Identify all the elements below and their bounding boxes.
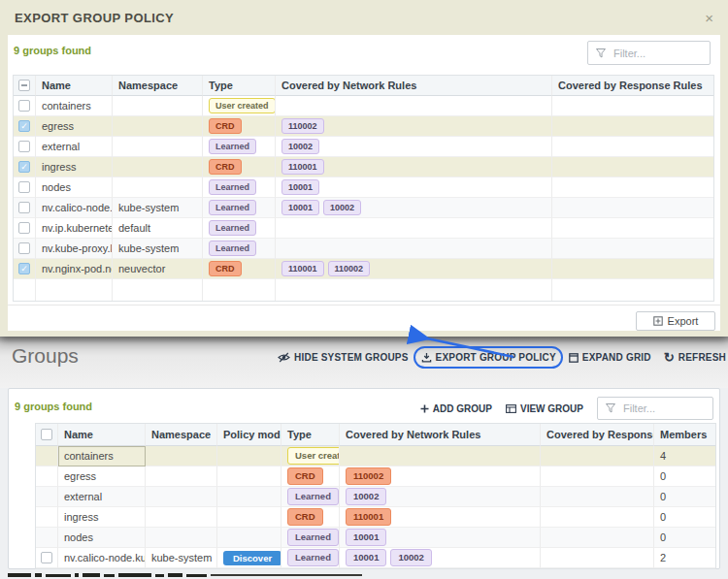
- table-row[interactable]: ✓ingressCRD110001: [14, 157, 713, 177]
- column-header[interactable]: Namespace: [113, 76, 203, 96]
- download-icon: [421, 352, 432, 363]
- rule-badge: 10001: [346, 529, 386, 546]
- column-header[interactable]: Type: [281, 424, 340, 446]
- table-row[interactable]: containersUser created4: [36, 446, 715, 466]
- type-badge: Learned: [209, 179, 256, 195]
- select-all-checkbox[interactable]: [18, 80, 30, 91]
- column-header[interactable]: Covered by Response R..: [541, 424, 654, 446]
- rule-badge: 10002: [390, 549, 431, 566]
- type-cell: CRD: [203, 259, 276, 279]
- table-row[interactable]: nv.ip.kubernetes.ddefaultLearned: [14, 218, 713, 239]
- toolbar-button-export-group-policy[interactable]: EXPORT GROUP POLICY: [421, 352, 556, 363]
- row-checkbox[interactable]: ✓: [18, 263, 30, 274]
- row-checkbox[interactable]: ✓: [18, 161, 30, 173]
- namespace-cell: kube-system: [146, 548, 217, 568]
- table-row[interactable]: ingressCRD1100010: [36, 507, 715, 528]
- network-rules-cell: 10002: [340, 487, 541, 507]
- groups-table-header: NameNamespacePolicy modeTypeCovered by N…: [36, 424, 715, 446]
- table-row[interactable]: ✓egressCRD110002: [14, 116, 713, 137]
- table-row[interactable]: containersUser created: [14, 96, 713, 116]
- row-checkbox[interactable]: [18, 141, 30, 152]
- close-icon[interactable]: ×: [705, 11, 713, 25]
- eye-slash-icon: [278, 352, 290, 363]
- rule-badge: 110001: [346, 508, 391, 526]
- column-header[interactable]: Namespace: [146, 424, 217, 446]
- table-row[interactable]: externalLearned10002: [14, 137, 713, 157]
- select-all-checkbox[interactable]: [41, 429, 52, 440]
- column-header[interactable]: Members: [654, 424, 715, 446]
- policy-mode-cell: Discover: [217, 548, 281, 568]
- groups-header-band: Groups HIDE SYSTEM GROUPSEXPORT GROUP PO…: [0, 337, 728, 388]
- add-group-button[interactable]: ADD GROUP: [420, 403, 492, 414]
- rule-badge: 10002: [346, 488, 386, 505]
- members-cell: 0: [654, 466, 715, 487]
- export-button[interactable]: Export: [636, 311, 715, 331]
- type-badge: CRD: [209, 118, 242, 134]
- plus-icon: [420, 404, 429, 413]
- clipped-bottom-content: [8, 572, 362, 578]
- name-cell: nv.calico-node.kube-sys: [58, 548, 146, 568]
- row-checkbox[interactable]: [18, 242, 30, 254]
- checkbox-cell: [36, 507, 58, 528]
- row-checkbox[interactable]: [18, 181, 30, 193]
- policy-mode-cell: [217, 487, 281, 507]
- modal-groups-table: NameNamespaceTypeCovered by Network Rule…: [13, 75, 714, 302]
- modal-filter-input[interactable]: [612, 47, 702, 60]
- checkbox-cell: [36, 446, 58, 466]
- empty-cell: [276, 279, 552, 301]
- name-cell: nodes: [58, 528, 146, 548]
- row-checkbox[interactable]: [41, 552, 52, 563]
- table-row[interactable]: egressCRD1100020: [36, 466, 715, 487]
- response-rules-cell: [552, 198, 713, 218]
- column-header[interactable]: Name: [58, 424, 146, 446]
- export-button-label: Export: [668, 315, 699, 327]
- response-rules-cell: [552, 218, 713, 239]
- table-row[interactable]: nodesLearned100010: [36, 528, 715, 548]
- checkbox-cell: [36, 466, 58, 487]
- name-cell: external: [58, 487, 146, 507]
- row-checkbox[interactable]: [18, 222, 30, 234]
- view-group-button[interactable]: VIEW GROUP: [506, 403, 583, 414]
- modal-table-header: NameNamespaceTypeCovered by Network Rule…: [14, 76, 713, 96]
- type-cell: Learned: [203, 198, 276, 218]
- column-header[interactable]: Covered by Response Rules: [552, 76, 713, 96]
- type-cell: User created: [203, 96, 276, 116]
- toolbar-button-hide-system-groups[interactable]: HIDE SYSTEM GROUPS: [278, 352, 409, 363]
- column-header[interactable]: Type: [203, 76, 276, 96]
- response-rules-cell: [552, 239, 713, 259]
- row-checkbox[interactable]: ✓: [18, 120, 30, 132]
- row-checkbox[interactable]: [18, 100, 30, 112]
- table-row[interactable]: nv.calico-node.kubkube-systemLearned1000…: [14, 198, 713, 218]
- table-row[interactable]: externalLearned100020: [36, 487, 715, 507]
- type-badge: Learned: [209, 200, 256, 215]
- column-header[interactable]: Name: [36, 76, 113, 96]
- type-badge: CRD: [287, 508, 323, 526]
- type-badge: Learned: [287, 529, 339, 546]
- page-title: Groups: [12, 344, 79, 368]
- rule-badge: 110002: [281, 118, 324, 134]
- response-rules-cell: [541, 507, 654, 528]
- network-rules-cell: 110001: [276, 157, 552, 177]
- toolbar-button-expand-grid[interactable]: EXPAND GRID: [569, 352, 651, 363]
- table-row[interactable]: nv.calico-node.kube-syskube-systemDiscov…: [36, 548, 715, 568]
- namespace-cell: [113, 177, 203, 198]
- checkbox-cell: [36, 487, 58, 507]
- type-cell: Learned: [281, 548, 340, 568]
- column-header[interactable]: Policy mode: [217, 424, 281, 446]
- network-rules-cell: 110001110002: [276, 259, 552, 279]
- table-row[interactable]: ✓nv.nginx-pod.neuvneuvectorCRD1100011100…: [14, 259, 713, 279]
- groups-filter-input[interactable]: [621, 402, 705, 415]
- toolbar-button-refresh[interactable]: ↻REFRESH: [664, 352, 726, 363]
- empty-row: [14, 279, 713, 301]
- checkbox-cell: [36, 528, 58, 548]
- members-cell: 4: [654, 446, 715, 466]
- column-header[interactable]: Covered by Network Rules: [340, 424, 541, 446]
- modal-filter-box: [587, 41, 711, 65]
- table-row[interactable]: nodesLearned10001: [14, 177, 713, 198]
- screen: EXPORT GROUP POLICY × 9 groups found Nam…: [0, 0, 728, 579]
- name-cell: ingress: [58, 507, 146, 528]
- table-row[interactable]: nv.kube-proxy.kubkube-systemLearned: [14, 239, 713, 259]
- response-rules-cell: [541, 548, 654, 568]
- row-checkbox[interactable]: [18, 202, 30, 213]
- column-header[interactable]: Covered by Network Rules: [276, 76, 552, 96]
